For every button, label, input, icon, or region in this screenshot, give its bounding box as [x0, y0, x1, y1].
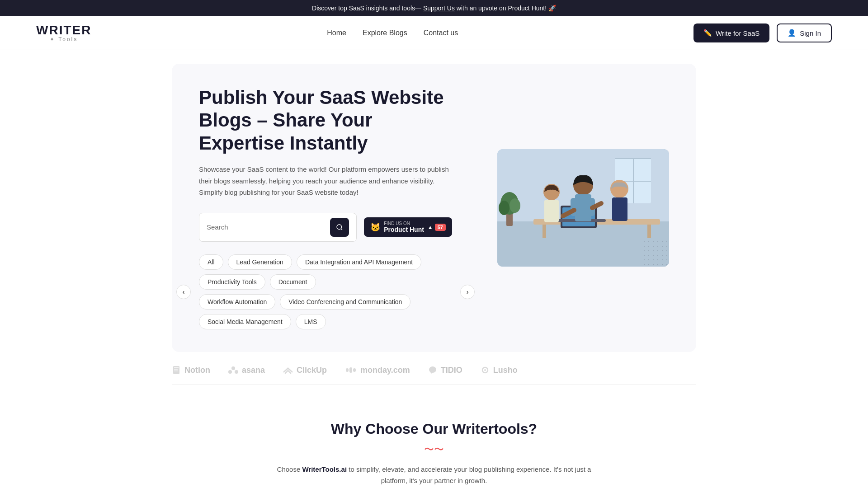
category-productivity-tools[interactable]: Productivity Tools: [199, 274, 265, 290]
svg-point-34: [228, 370, 232, 374]
nav-links: Home Explore Blogs Contact us: [327, 29, 458, 37]
svg-rect-32: [174, 371, 178, 371]
svg-rect-31: [174, 369, 178, 370]
category-document[interactable]: Document: [270, 274, 316, 290]
brand-clickup: ClickUp: [283, 366, 327, 375]
search-button[interactable]: [330, 218, 349, 237]
svg-point-41: [484, 369, 486, 371]
banner-text: Discover top SaaS insights and tools—: [312, 5, 421, 12]
logo-tools: ✦ Tools: [36, 37, 91, 42]
svg-rect-13: [542, 225, 546, 238]
nav-actions: ✏️ Write for SaaS 👤 Sign In: [693, 23, 832, 42]
svg-rect-14: [647, 225, 651, 238]
write-for-saas-button[interactable]: ✏️ Write for SaaS: [693, 23, 769, 42]
notion-icon: [172, 366, 181, 375]
top-banner: Discover top SaaS insights and tools— Su…: [0, 0, 868, 16]
svg-rect-36: [346, 368, 349, 372]
ph-label: FIND US ON: [384, 221, 424, 226]
svg-rect-24: [544, 200, 559, 222]
svg-point-10: [499, 201, 509, 215]
logo: WRITER ✦ Tools: [36, 24, 91, 42]
svg-point-39: [429, 366, 436, 373]
support-link[interactable]: Support Us: [423, 5, 455, 12]
clickup-icon: [283, 366, 293, 375]
search-box: [199, 213, 357, 242]
svg-rect-38: [353, 368, 356, 372]
svg-rect-30: [174, 367, 179, 368]
svg-point-11: [509, 198, 520, 213]
brand-clickup-label: ClickUp: [297, 366, 327, 375]
categories-container: ‹ › All Lead Generation Data Integration…: [199, 254, 452, 329]
brand-asana-label: asana: [242, 366, 265, 375]
navbar: WRITER ✦ Tools Home Explore Blogs Contac…: [0, 16, 868, 50]
hero-section: Publish Your SaaS Website Blogs – Share …: [172, 64, 696, 352]
search-icon: [336, 224, 343, 231]
nav-home[interactable]: Home: [327, 29, 346, 37]
svg-rect-37: [349, 367, 352, 373]
brand-tidio: TIDIO: [428, 366, 462, 375]
svg-point-0: [337, 225, 342, 230]
ph-name: Product Hunt: [384, 226, 424, 233]
category-all[interactable]: All: [199, 254, 223, 270]
hero-left: Publish Your SaaS Website Blogs – Share …: [199, 86, 452, 329]
svg-line-1: [341, 229, 342, 230]
producthunt-badge[interactable]: 🐱 FIND US ON Product Hunt ▲ 57: [364, 217, 452, 237]
why-squiggle: 〜〜: [172, 443, 696, 456]
brand-tidio-label: TIDIO: [441, 366, 462, 375]
brands-row: Notion asana ClickUp monday.com TIDIO Lu…: [172, 366, 696, 375]
brand-lusho: Lusho: [481, 366, 518, 375]
asana-icon: [228, 366, 238, 375]
categories-prev-button[interactable]: ‹: [176, 285, 191, 299]
write-icon: ✏️: [703, 29, 712, 37]
category-lead-generation[interactable]: Lead Generation: [228, 254, 292, 270]
decorative-dots: [642, 239, 669, 267]
why-description: Choose WriterTools.ai to simplify, eleva…: [276, 464, 592, 487]
logo-writer: WRITER: [36, 24, 91, 37]
category-video-conferencing[interactable]: Video Conferencing and Communication: [280, 294, 410, 310]
ph-text: FIND US ON Product Hunt: [384, 221, 424, 233]
monday-icon: [345, 366, 357, 375]
nav-explore-blogs[interactable]: Explore Blogs: [363, 29, 407, 37]
svg-point-35: [235, 370, 238, 374]
category-social-media[interactable]: Social Media Management: [199, 314, 291, 329]
brand-monday-label: monday.com: [360, 366, 410, 375]
brand-name: WriterTools.ai: [302, 465, 347, 473]
brand-monday: monday.com: [345, 366, 410, 375]
brand-notion: Notion: [172, 366, 210, 375]
brand-asana: asana: [228, 366, 265, 375]
category-data-integration[interactable]: Data Integration and API Management: [297, 254, 421, 270]
hero-right: [497, 149, 669, 267]
svg-point-33: [231, 366, 235, 370]
category-lms[interactable]: LMS: [296, 314, 326, 329]
search-input[interactable]: [207, 223, 326, 231]
ph-vote: ▲ 57: [428, 224, 446, 231]
brand-notion-label: Notion: [184, 366, 210, 375]
brand-lusho-label: Lusho: [493, 366, 518, 375]
banner-suffix: with an upvote on Product Hunt! 🚀: [457, 5, 556, 12]
tidio-icon: [428, 366, 437, 375]
section-divider: [172, 384, 696, 385]
why-title: Why Choose Our Writertools?: [172, 421, 696, 437]
lusho-icon: [481, 366, 490, 375]
categories-row-1: All Lead Generation Data Integration and…: [199, 254, 452, 290]
ph-count: 57: [435, 224, 446, 231]
nav-contact[interactable]: Contact us: [424, 29, 458, 37]
hero-title: Publish Your SaaS Website Blogs – Share …: [199, 86, 452, 155]
sign-in-button[interactable]: 👤 Sign In: [777, 23, 832, 42]
why-section: Why Choose Our Writertools? 〜〜 Choose Wr…: [163, 394, 705, 488]
categories-row-2: Workflow Automation Video Conferencing a…: [199, 294, 452, 329]
ph-icon: 🐱: [370, 222, 380, 232]
user-icon: 👤: [788, 29, 796, 37]
categories-next-button[interactable]: ›: [460, 285, 475, 299]
hero-search-row: 🐱 FIND US ON Product Hunt ▲ 57: [199, 213, 452, 242]
hero-image: [497, 149, 669, 267]
svg-rect-29: [173, 366, 179, 374]
svg-rect-26: [612, 197, 627, 221]
hero-description: Showcase your SaaS content to the world!…: [199, 164, 452, 198]
category-workflow-automation[interactable]: Workflow Automation: [199, 294, 275, 310]
